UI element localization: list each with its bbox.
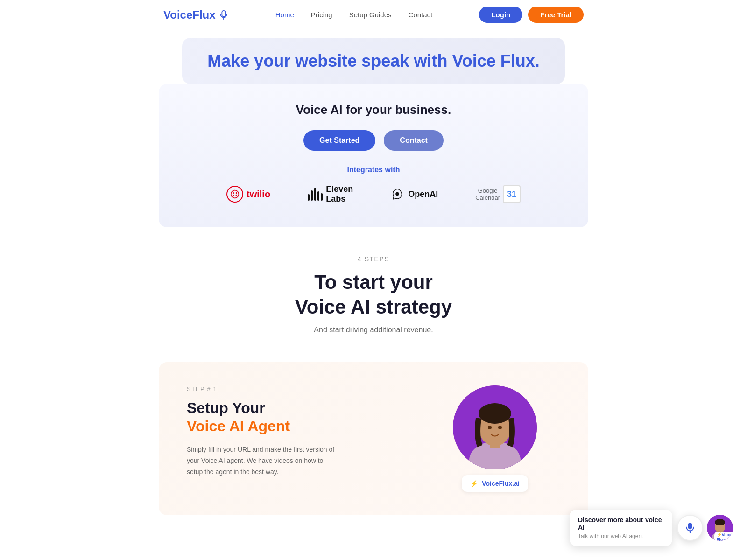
steps-title: To start your Voice AI strategy (295, 270, 452, 319)
step1-description: Simply fill in your URL and make the fir… (187, 444, 336, 477)
step1-image: ⚡ VoiceFlux.ai (430, 385, 560, 492)
chat-bubble: Discover more about Voice AI Talk with o… (570, 510, 672, 546)
svg-point-13 (498, 426, 502, 429)
nav-home[interactable]: Home (275, 11, 294, 19)
integrations-row: twilio ElevenLabs (187, 184, 560, 204)
svg-point-11 (479, 403, 511, 424)
mic-icon (218, 10, 229, 20)
chat-bubble-title: Discover more about Voice AI (578, 516, 664, 531)
twilio-integration: twilio (226, 186, 270, 203)
hero-banner: Make your website speak with Voice Flux. (182, 38, 565, 84)
chat-mic-button[interactable] (677, 515, 703, 541)
chat-small-badge: ⚡VoiceFlux.ai (714, 532, 733, 541)
svg-point-12 (488, 426, 492, 429)
login-button[interactable]: Login (479, 7, 522, 23)
svg-point-6 (236, 195, 237, 196)
steps-subtitle: And start driving additional revenue. (295, 326, 452, 334)
svg-point-2 (231, 190, 239, 198)
main-content: Make your website speak with Voice Flux.… (0, 29, 747, 515)
elevenlabs-label: ElevenLabs (326, 184, 353, 204)
gcal-integration: GoogleCalendar 31 (475, 185, 521, 203)
contact-button[interactable]: Contact (384, 130, 444, 151)
avatar-circle (453, 385, 537, 469)
hero-buttons: Get Started Contact (187, 130, 560, 151)
chat-widget[interactable]: Discover more about Voice AI Talk with o… (570, 510, 733, 546)
step1-content: STEP # 1 Setup Your Voice AI Agent Simpl… (187, 385, 402, 477)
get-started-button[interactable]: Get Started (303, 130, 375, 151)
logo[interactable]: VoiceFlux (163, 8, 229, 21)
avatar-svg (453, 385, 537, 469)
openai-icon (390, 187, 404, 201)
chat-avatar[interactable]: ⚡VoiceFlux.ai (707, 515, 733, 541)
hero-banner-title: Make your website speak with Voice Flux. (201, 51, 546, 71)
elevenlabs-integration: ElevenLabs (308, 184, 353, 204)
elevenlabs-icon (308, 188, 323, 201)
hero-subtitle: Voice AI for your business. (187, 103, 560, 117)
openai-label: OpenAI (408, 189, 438, 199)
steps-title-line2: Voice AI strategy (295, 295, 452, 320)
integrates-label: Integrates with (187, 166, 560, 174)
openai-integration: OpenAI (390, 187, 438, 201)
svg-point-4 (236, 192, 237, 194)
badge-text: VoiceFlux.ai (482, 480, 520, 487)
gcal-text: GoogleCalendar (475, 187, 500, 202)
svg-rect-0 (222, 10, 225, 16)
svg-point-5 (233, 195, 234, 196)
gcal-icon: 31 (503, 185, 521, 203)
svg-point-19 (715, 519, 725, 525)
hero-section: Voice AI for your business. Get Started … (159, 84, 588, 227)
nav-pricing[interactable]: Pricing (311, 11, 332, 19)
svg-point-3 (233, 192, 234, 194)
step1-title-black: Setup Your (187, 399, 402, 417)
nav-links: Home Pricing Setup Guides Contact (275, 11, 432, 19)
nav-buttons: Login Free Trial (479, 7, 584, 23)
steps-section: 4 STEPS To start your Voice AI strategy … (286, 227, 461, 343)
nav-setup-guides[interactable]: Setup Guides (349, 11, 392, 19)
voiceflux-badge: ⚡ VoiceFlux.ai (462, 475, 528, 492)
step1-number: STEP # 1 (187, 385, 402, 392)
steps-label: 4 STEPS (295, 255, 452, 263)
chat-mic-icon (684, 522, 696, 534)
navbar: VoiceFlux Home Pricing Setup Guides Cont… (0, 0, 747, 29)
svg-rect-14 (688, 523, 692, 529)
step1-card: STEP # 1 Setup Your Voice AI Agent Simpl… (159, 362, 588, 515)
bolt-icon: ⚡ (470, 480, 478, 487)
chat-bubble-subtitle: Talk with our web AI agent (578, 533, 664, 539)
step1-title-orange: Voice AI Agent (187, 417, 402, 435)
free-trial-button[interactable]: Free Trial (528, 7, 584, 23)
logo-text: VoiceFlux (163, 8, 216, 21)
nav-contact[interactable]: Contact (409, 11, 433, 19)
twilio-label: twilio (247, 189, 270, 200)
steps-title-line1: To start your (295, 270, 452, 295)
twilio-icon (226, 186, 243, 203)
